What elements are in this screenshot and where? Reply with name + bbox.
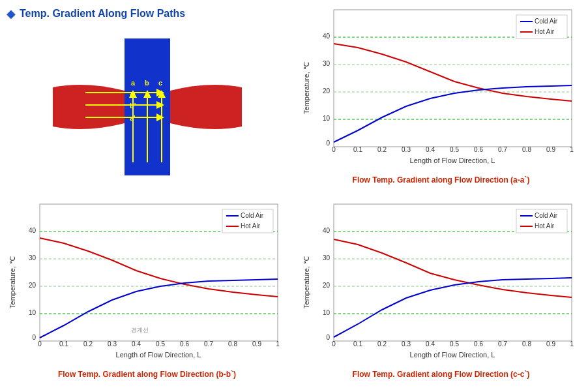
svg-text:Temperature, ℃: Temperature, ℃ <box>8 256 16 308</box>
svg-text:0.9: 0.9 <box>252 340 261 348</box>
svg-text:0.8: 0.8 <box>522 340 531 348</box>
svg-text:Hot Air: Hot Air <box>535 28 555 35</box>
svg-text:40: 40 <box>322 227 330 234</box>
chart-aa-title: Flow Temp. Gradient along Flow Direction… <box>353 175 530 185</box>
chart-cc-svg: 40 30 20 10 0 Temperature, ℃ 0 0.1 0.2 0… <box>301 198 581 367</box>
svg-text:30: 30 <box>322 60 330 67</box>
svg-text:Temperature, ℃: Temperature, ℃ <box>302 256 310 308</box>
chart-aa-panel: 40 30 20 10 0 Temperature, ℃ 0 0.1 0.2 0… <box>294 0 588 194</box>
svg-text:40: 40 <box>322 33 330 40</box>
svg-text:10: 10 <box>322 309 330 316</box>
chart-cc-title: Flow Temp. Gradient along Flow Direction… <box>353 370 530 379</box>
svg-text:0.5: 0.5 <box>450 340 459 348</box>
svg-text:1: 1 <box>570 340 574 348</box>
svg-text:20: 20 <box>322 282 330 289</box>
svg-text:0.2: 0.2 <box>377 146 387 153</box>
svg-text:Cold Air: Cold Air <box>241 212 264 219</box>
chart-bb-title: Flow Temp. Gradient along Flow Direction… <box>58 370 236 379</box>
flow-diagram: a b c c' b' a' <box>7 26 287 188</box>
svg-text:0.7: 0.7 <box>204 340 213 348</box>
svg-text:0.5: 0.5 <box>156 340 165 348</box>
svg-text:0.8: 0.8 <box>522 146 531 153</box>
svg-text:0.4: 0.4 <box>132 340 141 348</box>
svg-text:0.2: 0.2 <box>377 340 387 348</box>
chart-aa-svg: 40 30 20 10 0 Temperature, ℃ 0 0.1 0.2 0… <box>301 3 581 173</box>
diagram-panel: ◆ Temp. Gradient Along Flow Paths <box>0 0 294 194</box>
svg-text:Length of Flow Direction, L: Length of Flow Direction, L <box>115 351 201 359</box>
svg-text:a: a <box>131 79 136 87</box>
title-row: ◆ Temp. Gradient Along Flow Paths <box>7 7 185 21</box>
svg-text:Temperature, ℃: Temperature, ℃ <box>302 62 310 114</box>
svg-text:0.7: 0.7 <box>498 340 507 348</box>
svg-text:Hot Air: Hot Air <box>535 222 555 230</box>
svg-text:c: c <box>158 79 162 87</box>
svg-text:Length of Flow Direction, L: Length of Flow Direction, L <box>409 351 495 359</box>
svg-text:40: 40 <box>28 227 36 234</box>
svg-text:0.1: 0.1 <box>353 146 362 153</box>
svg-text:0.3: 0.3 <box>402 340 411 348</box>
svg-text:0.4: 0.4 <box>426 146 435 153</box>
flow-svg: a b c c' b' a' <box>46 32 248 182</box>
svg-text:0: 0 <box>326 140 330 147</box>
svg-text:c': c' <box>130 91 136 98</box>
svg-text:Length of Flow Direction, L: Length of Flow Direction, L <box>409 157 495 164</box>
svg-text:0.1: 0.1 <box>59 340 68 348</box>
svg-text:b': b' <box>130 102 136 110</box>
chart-bb-panel: 40 30 20 10 0 Temperature, ℃ 0 0.1 0.2 0… <box>0 194 294 389</box>
svg-text:0.2: 0.2 <box>83 340 93 348</box>
svg-text:Cold Air: Cold Air <box>535 212 558 219</box>
svg-text:경계선: 경계선 <box>131 327 149 333</box>
diamond-icon: ◆ <box>7 7 16 21</box>
svg-text:0.3: 0.3 <box>108 340 117 348</box>
svg-text:30: 30 <box>322 254 330 261</box>
svg-text:Hot Air: Hot Air <box>241 222 261 230</box>
chart-cc-panel: 40 30 20 10 0 Temperature, ℃ 0 0.1 0.2 0… <box>294 194 588 389</box>
svg-text:0: 0 <box>38 340 42 348</box>
svg-text:20: 20 <box>28 282 36 289</box>
svg-text:20: 20 <box>322 87 330 95</box>
svg-text:a': a' <box>130 114 136 122</box>
svg-text:0: 0 <box>32 334 36 341</box>
svg-text:0: 0 <box>326 334 330 341</box>
svg-text:0: 0 <box>332 146 336 153</box>
svg-text:0.8: 0.8 <box>228 340 237 348</box>
main-container: ◆ Temp. Gradient Along Flow Paths <box>0 0 588 388</box>
svg-text:10: 10 <box>322 115 330 122</box>
svg-text:0.4: 0.4 <box>426 340 435 348</box>
svg-text:0.6: 0.6 <box>180 340 189 348</box>
svg-text:b: b <box>145 79 149 87</box>
svg-text:0.9: 0.9 <box>546 340 555 348</box>
svg-text:0.1: 0.1 <box>353 340 362 348</box>
svg-text:0.6: 0.6 <box>474 146 483 153</box>
svg-text:1: 1 <box>570 146 574 153</box>
main-title: Temp. Gradient Along Flow Paths <box>20 8 185 20</box>
svg-text:10: 10 <box>28 309 36 316</box>
svg-text:0.3: 0.3 <box>402 146 411 153</box>
svg-text:0.6: 0.6 <box>474 340 483 348</box>
svg-text:1: 1 <box>276 340 280 348</box>
svg-text:Cold Air: Cold Air <box>535 18 558 25</box>
svg-text:0.9: 0.9 <box>546 146 555 153</box>
svg-text:0.7: 0.7 <box>498 146 507 153</box>
svg-text:30: 30 <box>28 254 36 261</box>
svg-text:0.5: 0.5 <box>450 146 459 153</box>
chart-bb-svg: 40 30 20 10 0 Temperature, ℃ 0 0.1 0.2 0… <box>7 198 287 367</box>
svg-text:0: 0 <box>332 340 336 348</box>
